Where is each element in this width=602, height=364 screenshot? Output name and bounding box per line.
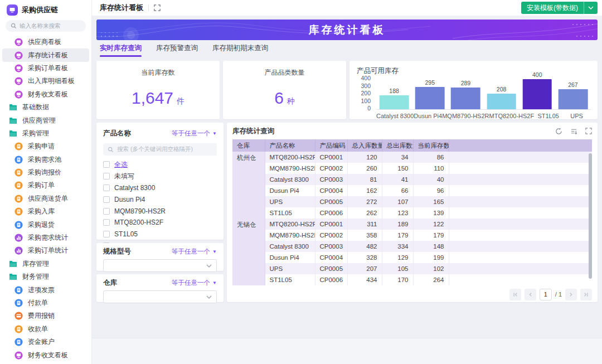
sidebar-item-9[interactable]: 采购需求池: [2, 153, 89, 166]
chevron-down-icon: ▼: [212, 132, 217, 136]
refresh-icon[interactable]: [555, 128, 562, 135]
total-in-cell: 434: [347, 274, 382, 285]
total-in-cell: 81: [347, 174, 382, 185]
sidebar-item-22[interactable]: 收款单: [2, 323, 89, 336]
empty-cell: [449, 152, 592, 163]
sidebar-item-group-6[interactable]: 供应商管理: [2, 114, 89, 127]
sidebar-item-group-5[interactable]: 基础数据: [2, 101, 89, 114]
table-header-row: 仓库产品名称产品编码总入库数量总出库数量当前库存数量: [232, 139, 592, 152]
fullscreen-icon[interactable]: [154, 4, 161, 11]
product-name-cell: Catalyst 8300: [265, 174, 315, 185]
chart-bar-slot: 289: [448, 80, 483, 109]
checkbox[interactable]: [103, 219, 110, 226]
sidebar-item-12[interactable]: 供应商送货单: [2, 192, 89, 205]
checkbox[interactable]: [103, 161, 110, 168]
tab-2[interactable]: 库存期初期末查询: [212, 43, 268, 53]
app-title: 采购供应链: [22, 5, 58, 15]
empty-cell: [449, 163, 592, 174]
filter-option-label: 全选: [114, 160, 128, 169]
total-out-cell: 34: [382, 152, 413, 163]
sidebar-item-20[interactable]: 付款单: [2, 297, 89, 309]
tab-1[interactable]: 库存预警查询: [156, 43, 198, 53]
current-stock-cell: 139: [413, 207, 449, 219]
warehouse-select[interactable]: [103, 290, 217, 303]
sidebar-item-2[interactable]: 采购订单看板: [2, 62, 89, 75]
folder-icon: [9, 130, 17, 137]
install-template-button[interactable]: 安装模板(带数据): [521, 2, 598, 14]
sidebar-item-group-17[interactable]: 库存管理: [2, 258, 89, 270]
filter-search-input[interactable]: 搜索 (多个关键词用空格隔开): [103, 143, 217, 156]
filter-option-5[interactable]: MTQ8200-HS2F: [103, 217, 217, 229]
filter-option-0[interactable]: 全选: [103, 159, 217, 171]
table-scrollbar[interactable]: [589, 153, 592, 279]
sidebar-item-8[interactable]: 采购申请: [2, 140, 89, 153]
checkbox[interactable]: [103, 208, 110, 215]
sidebar-item-11[interactable]: 采购订单: [2, 179, 89, 192]
sidebar-item-24[interactable]: 财务收支看板: [2, 348, 89, 361]
current-stock-cell: 264: [413, 274, 449, 285]
fullscreen-icon[interactable]: [585, 128, 592, 134]
sidebar-item-0[interactable]: 供应商看板: [2, 36, 89, 48]
spec-select[interactable]: [103, 259, 217, 272]
product-code-cell: CP0005: [315, 263, 347, 274]
filter-operator-dropdown[interactable]: 等于任意一个 ▼: [172, 129, 217, 138]
sidebar-search-input[interactable]: 输入名称来搜索: [6, 20, 86, 32]
sidebar-item-14[interactable]: 采购退货: [2, 218, 89, 231]
available-stock-chart: 产品可用库存 4003002001000 188295289208400267 …: [349, 61, 598, 119]
empty-cell: [449, 185, 592, 196]
table-column-header: 当前库存数量: [413, 139, 449, 152]
sidebar-item-1[interactable]: 库存统计看板: [2, 48, 89, 61]
sidebar-item-4[interactable]: 财务收支看板: [2, 88, 89, 101]
filter-option-3[interactable]: Dusun Pi4: [103, 193, 217, 205]
current-stock-cell: 96: [413, 185, 449, 196]
sidebar-item-label: 采购需求统计: [28, 233, 68, 242]
filter-operator-dropdown[interactable]: 等于任意一个 ▼: [172, 279, 217, 287]
filter-operator-dropdown[interactable]: 等于任意一个 ▼: [172, 247, 217, 256]
prev-page-button[interactable]: [525, 289, 536, 300]
filter-option-6[interactable]: ST1L05: [103, 229, 217, 240]
current-page-input[interactable]: 1: [540, 289, 552, 300]
product-code-cell: CP0004: [315, 185, 347, 196]
chevron-down-icon: [206, 264, 212, 268]
total-out-cell: 129: [382, 252, 413, 263]
install-template-label: 安装模板(带数据): [521, 3, 584, 13]
dashboard-icon: [14, 64, 23, 72]
tab-0[interactable]: 实时库存查询: [100, 43, 142, 53]
sidebar-item-19[interactable]: 进项发票: [2, 283, 89, 296]
filter-option-1[interactable]: 未填写: [103, 171, 217, 182]
filter-option-2[interactable]: Catalyst 8300: [103, 182, 217, 194]
sidebar-item-21[interactable]: 费用报销: [2, 309, 89, 322]
product-code-cell: CP0003: [315, 241, 347, 252]
table-column-header: [449, 139, 592, 152]
sidebar-item-13[interactable]: 采购入库: [2, 205, 89, 218]
row-settings-icon[interactable]: [570, 128, 577, 135]
empty-cell: [449, 207, 592, 219]
sidebar-item-23[interactable]: 资金账户: [2, 336, 89, 348]
chart-bar-value: 289: [461, 80, 471, 86]
checkbox[interactable]: [103, 196, 110, 203]
chart-icon: [14, 246, 23, 255]
sidebar-item-label: 财务管理: [22, 272, 49, 282]
sidebar-item-16[interactable]: 采购订单统计: [2, 244, 89, 257]
lower-row: 产品名称 等于任意一个 ▼ 搜索 (多个关键词用空格隔开): [96, 123, 598, 302]
sidebar-item-3[interactable]: 出入库明细看板: [2, 75, 89, 88]
total-out-cell: 170: [382, 274, 413, 285]
stat-unit: 种: [287, 96, 295, 106]
checkbox[interactable]: [103, 173, 110, 179]
sidebar-item-group-7[interactable]: 采购管理: [2, 127, 89, 140]
chevron-down-icon[interactable]: [584, 6, 598, 9]
sidebar-menu: 供应商看板库存统计看板采购订单看板出入库明细看板财务收支看板基础数据供应商管理采…: [0, 36, 91, 364]
chart-bar: [522, 79, 552, 109]
chart-bar-value: 267: [568, 81, 578, 88]
sidebar-item-10[interactable]: 采购询报价: [2, 166, 89, 179]
last-page-button[interactable]: [580, 289, 592, 300]
current-stock-cell: 122: [413, 219, 449, 230]
checkbox[interactable]: [103, 231, 110, 237]
first-page-button[interactable]: [509, 289, 521, 300]
checkbox[interactable]: [103, 185, 110, 191]
tab-bar: 实时库存查询库存预警查询库存期初期末查询: [96, 40, 598, 56]
sidebar-item-group-18[interactable]: 财务管理: [2, 270, 89, 283]
sidebar-item-15[interactable]: 采购需求统计: [2, 231, 89, 244]
filter-option-4[interactable]: MQM8790-HS2R: [103, 205, 217, 217]
next-page-button[interactable]: [565, 289, 577, 300]
